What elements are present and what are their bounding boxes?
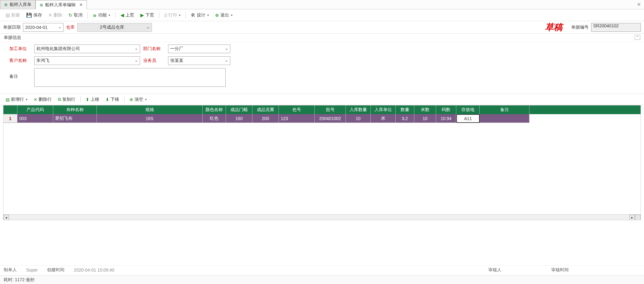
scroll-left-icon[interactable]: ◂: [3, 215, 9, 220]
main-toolbar: ▤新建 💾保存 ✕删除 ↻取消 ≣功能▾ ◀上页 ▶下页 ⎙打印▾ 🛠设计▾ ⊗…: [0, 9, 644, 21]
dept-label: 部门名称: [143, 46, 165, 52]
tab-edit[interactable]: ⊕ 船样入库单编辑 ✕: [35, 0, 87, 9]
data-grid: 产品代码 布种名称 规格 颜色名称 成品门幅 成品克重 色号 批号 入库数量 入…: [3, 105, 641, 220]
movedown-button[interactable]: ⬇下移: [103, 95, 122, 104]
cust-label: 客户名称: [9, 58, 31, 63]
arrow-up-icon: ⬆: [86, 97, 89, 102]
col-header[interactable]: 批号: [315, 105, 346, 114]
tab-list[interactable]: ⊕ 船样入库单: [0, 0, 35, 9]
exit-icon: ⊗: [215, 12, 219, 18]
col-header[interactable]: 码数: [436, 105, 456, 114]
next-button[interactable]: ▶下页: [138, 11, 157, 19]
scroll-track[interactable]: [9, 215, 629, 220]
auditor-label: 审核人: [488, 267, 501, 273]
delete-icon: ✕: [34, 97, 37, 102]
col-header[interactable]: 产品代码: [17, 105, 53, 114]
status-text: 耗时: 1172 毫秒: [4, 277, 35, 283]
col-header[interactable]: 布种名称: [53, 105, 97, 114]
cell[interactable]: 10: [346, 114, 371, 123]
tab-bar: ⊕ 船样入库单 ⊕ 船样入库单编辑 ✕ ✕: [0, 0, 644, 9]
grid-toolbar: ▤新增行▾ ✕删除行 ⧉复制行 ⬆上移 ⬇下移 ⊗清空▾: [0, 94, 644, 105]
prev-button[interactable]: ◀上页: [118, 11, 137, 19]
cell-editing[interactable]: A11: [456, 114, 480, 123]
clear-icon: ⊗: [129, 97, 133, 102]
delete-icon: ✕: [48, 12, 52, 18]
arrow-down-icon: ⬇: [106, 97, 109, 102]
exit-button[interactable]: ⊗退出▾: [213, 11, 235, 19]
cell[interactable]: 10: [414, 114, 436, 123]
caret-down-icon: ▾: [231, 13, 233, 17]
addrow-button[interactable]: ▤新增行▾: [3, 95, 30, 104]
moveup-button[interactable]: ⬆上移: [83, 95, 102, 104]
design-button[interactable]: 🛠设计▾: [188, 11, 211, 19]
col-header[interactable]: 存放地: [456, 105, 480, 114]
caret-down-icon: ▾: [109, 13, 110, 17]
cell[interactable]: 003: [17, 114, 53, 123]
date-combo[interactable]: 2020-04-01: [23, 23, 63, 32]
maker-label: 制单人: [4, 267, 17, 273]
collapse-icon[interactable]: ⌃: [635, 35, 640, 40]
cell[interactable]: 红色: [203, 114, 226, 123]
caret-down-icon: ▾: [179, 13, 181, 17]
col-header[interactable]: 色号: [279, 105, 315, 114]
col-header[interactable]: 规格: [97, 105, 203, 114]
cancel-button[interactable]: ↻取消: [66, 11, 85, 19]
arrow-left-icon: ◀: [120, 12, 124, 18]
cell[interactable]: 爱招飞布: [53, 114, 97, 123]
function-button[interactable]: ≣功能▾: [90, 11, 113, 19]
cell[interactable]: [480, 114, 529, 123]
warehouse-combo[interactable]: 2号成品仓库: [77, 23, 152, 32]
copy-icon: ⧉: [58, 97, 61, 102]
sales-label: 业务员: [143, 58, 165, 63]
cell[interactable]: 3.2: [396, 114, 414, 123]
docno-input[interactable]: SR20040102: [591, 23, 641, 32]
cell[interactable]: 200: [252, 114, 279, 123]
undo-icon: ↻: [68, 12, 73, 18]
tabbar-close-icon[interactable]: ✕: [634, 2, 644, 7]
cell[interactable]: 10.94: [436, 114, 456, 123]
sales-combo[interactable]: 张某某: [168, 56, 230, 65]
grid-hscrollbar[interactable]: ◂ ▸: [3, 214, 641, 220]
unit-label: 加工单位: [9, 46, 31, 52]
remark-textarea[interactable]: [34, 68, 226, 87]
col-header[interactable]: 成品门幅: [226, 105, 252, 114]
col-header[interactable]: 成品克重: [252, 105, 279, 114]
col-header[interactable]: 数量: [396, 105, 414, 114]
unit-combo[interactable]: 杭州电化集团有限公司: [34, 44, 140, 53]
cell[interactable]: 米: [371, 114, 396, 123]
print-button[interactable]: ⎙打印▾: [162, 11, 183, 19]
maker-value: Super: [26, 268, 38, 272]
cell[interactable]: 16S: [97, 114, 203, 123]
col-header[interactable]: 入库数量: [346, 105, 371, 114]
col-header[interactable]: 颜色名称: [203, 105, 226, 114]
new-button[interactable]: ▤新建: [3, 11, 22, 19]
copyrow-button[interactable]: ⧉复制行: [55, 95, 78, 104]
delrow-button[interactable]: ✕删除行: [31, 95, 54, 104]
table-row[interactable]: 1 003 爱招飞布 16S 红色 160 200 123 200401002 …: [3, 114, 641, 123]
cell[interactable]: 160: [226, 114, 252, 123]
rownum-header: [3, 105, 17, 114]
add-icon: ▤: [6, 97, 10, 102]
form-area: 加工单位 杭州电化集团有限公司 部门名称 一分厂 客户名称 朱鸿飞 业务员 张某…: [0, 42, 644, 94]
cell[interactable]: 123: [279, 114, 315, 123]
dept-combo[interactable]: 一分厂: [168, 44, 230, 53]
close-icon[interactable]: ✕: [79, 2, 83, 7]
cust-combo[interactable]: 朱鸿飞: [34, 56, 140, 65]
separator: [124, 96, 125, 103]
clear-button[interactable]: ⊗清空▾: [127, 95, 149, 104]
query-bar: 单据日期 2020-04-01 仓库 2号成品仓库 草稿 单据编号 SR2004…: [0, 21, 644, 34]
col-header[interactable]: 入库单位: [371, 105, 396, 114]
audit-time-label: 审核时间: [551, 267, 569, 273]
col-header[interactable]: 备注: [480, 105, 529, 114]
arrow-right-icon: ▶: [140, 12, 144, 18]
new-icon: ▤: [6, 12, 10, 18]
cell[interactable]: 200401002: [315, 114, 346, 123]
col-header[interactable]: 米数: [414, 105, 436, 114]
grid-header: 产品代码 布种名称 规格 颜色名称 成品门幅 成品克重 色号 批号 入库数量 入…: [3, 105, 641, 114]
separator: [80, 96, 81, 103]
delete-button[interactable]: ✕删除: [46, 11, 65, 19]
separator: [186, 12, 186, 18]
create-time-label: 创建时间: [47, 267, 64, 273]
scroll-right-icon[interactable]: ▸: [629, 215, 635, 220]
save-button[interactable]: 💾保存: [24, 11, 45, 19]
